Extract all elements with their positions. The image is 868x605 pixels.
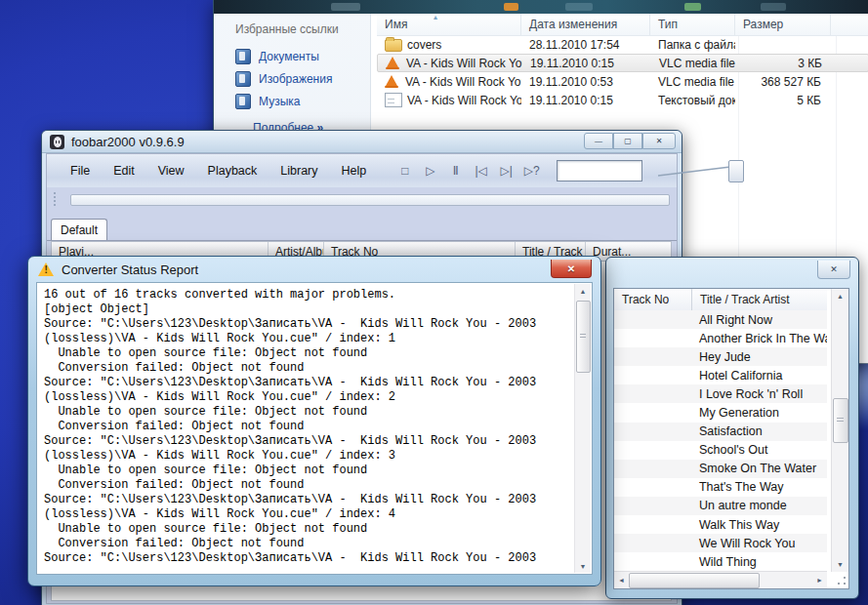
file-name-cell: VA - Kids Will Rock You — [378, 57, 522, 70]
close-button[interactable]: ✕ — [551, 260, 592, 278]
track-row[interactable]: Smoke On The Water — [614, 460, 827, 478]
menu-item[interactable]: Library — [269, 160, 329, 182]
file-row[interactable]: VA - Kids Will Rock You 19.11.2010 0:53 … — [377, 72, 868, 91]
toolbar-grip[interactable] — [53, 192, 57, 208]
menu-item[interactable]: Playback — [196, 160, 269, 182]
track-title-cell: Smoke On The Water — [688, 462, 827, 475]
scroll-left-icon[interactable]: ◄ — [614, 572, 629, 588]
file-icon — [386, 57, 401, 70]
sidebar-link[interactable]: Изображения — [214, 67, 370, 90]
file-date-cell: 19.11.2010 0:53 — [521, 75, 650, 89]
desktop: Избранные ссылки Документы Изображения — [0, 0, 868, 605]
track-title-cell: Hey Jude — [688, 350, 827, 364]
column-header-track-no[interactable]: Track No — [614, 289, 692, 310]
foobar-menu-toolbar: FileEditViewPlaybackLibraryHelp □▷Ⅱ|◁▷|▷… — [47, 154, 677, 187]
vertical-scrollbar[interactable]: ▲ ▼ — [831, 289, 848, 572]
track-title-cell: Another Brick In The Wall — [688, 332, 827, 345]
track-row[interactable]: Hey Jude — [614, 347, 827, 366]
scrollbar-thumb[interactable] — [576, 301, 591, 373]
scrollbar-thumb[interactable] — [833, 398, 848, 443]
scroll-down-icon[interactable]: ▼ — [575, 559, 591, 573]
track-title-cell: Un autre monde — [688, 499, 827, 512]
report-line: Unable to open source file: Object not f… — [44, 522, 570, 537]
scroll-right-icon[interactable]: ► — [812, 572, 827, 588]
report-line: (lossless)\VA - Kids Will Rock You.cue" … — [44, 507, 570, 522]
file-icon — [385, 75, 400, 89]
report-line: Unable to open source file: Object not f… — [44, 405, 570, 420]
resize-grip[interactable] — [835, 575, 847, 587]
sidebar-link[interactable]: Документы — [214, 45, 370, 67]
track-rows: All Right Now Another Brick In The Wall … — [614, 310, 827, 571]
dialog-title-bar[interactable]: Converter Status Report — [28, 257, 600, 282]
track-row[interactable]: I Love Rock 'n' Roll — [614, 384, 827, 403]
track-row[interactable]: Hotel California — [614, 366, 827, 384]
window-title: foobar2000 v0.9.6.9 — [71, 135, 185, 149]
playback-button[interactable]: ▷| — [495, 160, 517, 182]
seekbar[interactable] — [70, 194, 670, 206]
scroll-up-icon[interactable]: ▲ — [575, 284, 591, 298]
sidebar-link-label: Изображения — [259, 72, 332, 86]
menu-item[interactable]: Edit — [102, 160, 146, 182]
file-row[interactable]: VA - Kids Will Rock You 19.11.2010 0:15 … — [377, 54, 868, 72]
track-row[interactable]: My Generation — [614, 403, 827, 422]
sidebar-link[interactable]: Музыка — [214, 90, 370, 112]
playback-button[interactable]: ▷ — [419, 160, 441, 182]
playback-buttons: □▷Ⅱ|◁▷|▷? — [393, 160, 543, 182]
scrollbar-thumb[interactable] — [629, 573, 760, 588]
column-header-name[interactable]: Имя ▴ — [377, 14, 521, 35]
horizontal-scrollbar[interactable]: ◄ ► — [614, 571, 827, 588]
menu-item[interactable]: View — [146, 160, 196, 182]
report-line: Source: "C:\Users\123\Desktop\Записать\V… — [44, 317, 570, 332]
playlist-tab-default[interactable]: Default — [51, 219, 107, 240]
status-report-textarea[interactable]: 16 out of 16 tracks converted with major… — [36, 282, 593, 575]
playback-button[interactable]: ▷? — [520, 160, 543, 182]
scroll-down-icon[interactable]: ▼ — [832, 557, 848, 572]
playback-button[interactable]: Ⅱ — [444, 160, 467, 182]
report-line: (lossless)\VA - Kids Will Rock You.cue" … — [44, 449, 570, 464]
foobar-title-bar[interactable]: foobar2000 v0.9.6.9 — ▢ ✕ — [42, 131, 682, 153]
track-row[interactable]: Another Brick In The Wall — [614, 329, 827, 347]
file-row[interactable]: covers 28.11.2010 17:54 Папка с файлами — [377, 35, 868, 54]
file-type-cell: VLC media file (.fl... — [650, 75, 735, 89]
vertical-scrollbar[interactable]: ▲ ▼ — [574, 284, 591, 573]
track-row[interactable]: All Right Now — [614, 310, 827, 329]
track-title-cell: I Love Rock 'n' Roll — [688, 387, 827, 401]
track-row[interactable]: Un autre monde — [614, 497, 827, 515]
dialog-title: Converter Status Report — [62, 262, 198, 277]
file-icon — [385, 39, 402, 52]
column-header-type[interactable]: Тип — [650, 14, 735, 35]
help-icon — [684, 3, 701, 11]
column-header-title[interactable]: Title / Track Artist — [692, 289, 827, 310]
track-row[interactable]: We Will Rock You — [614, 534, 827, 552]
menu-item[interactable]: Help — [330, 160, 379, 182]
report-line: Source: "C:\Users\123\Desktop\Записать\V… — [44, 551, 570, 566]
playback-button[interactable]: □ — [393, 160, 416, 182]
file-size-cell: 3 КБ — [736, 57, 832, 70]
volume-slider[interactable] — [656, 160, 746, 182]
column-header-size[interactable]: Размер — [735, 14, 831, 35]
explorer-toolbar[interactable] — [214, 0, 868, 14]
track-row[interactable]: That's The Way — [614, 478, 827, 497]
pattern-input[interactable] — [557, 160, 642, 182]
menu-item[interactable]: File — [59, 160, 102, 182]
sidebar-link-label: Музыка — [259, 95, 300, 108]
report-line: Source: "C:\Users\123\Desktop\Записать\V… — [44, 493, 570, 507]
file-rows: covers 28.11.2010 17:54 Папка с файлами … — [377, 35, 868, 109]
file-row[interactable]: VA - Kids Will Rock You 19.11.2010 0:15 … — [377, 91, 868, 109]
track-row[interactable]: Satisfaction — [614, 423, 827, 441]
volume-handle[interactable] — [728, 160, 744, 182]
track-title-cell: School's Out — [688, 443, 827, 457]
caption-buttons: — ▢ ✕ — [584, 133, 676, 149]
track-row[interactable]: Walk This Way — [614, 515, 827, 534]
minimize-button[interactable]: — — [584, 133, 613, 149]
track-row[interactable]: School's Out — [614, 441, 827, 460]
maximize-button[interactable]: ▢ — [613, 133, 642, 149]
column-header-date[interactable]: Дата изменения — [521, 14, 650, 35]
favorite-links-header: Избранные ссылки — [235, 22, 339, 36]
close-button[interactable]: ✕ — [642, 133, 676, 149]
playback-button[interactable]: |◁ — [470, 160, 492, 182]
track-title-cell: Walk This Way — [688, 518, 827, 532]
track-row[interactable]: Wild Thing — [614, 552, 827, 571]
close-button[interactable]: ✕ — [817, 261, 850, 279]
scroll-up-icon[interactable]: ▲ — [832, 289, 848, 303]
